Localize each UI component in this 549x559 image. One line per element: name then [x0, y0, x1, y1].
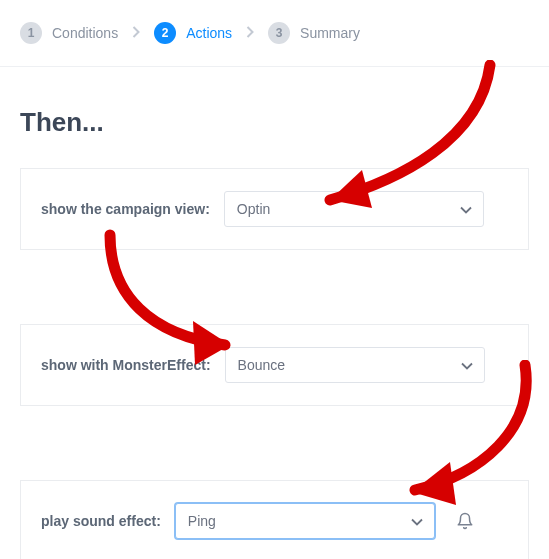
row-label: show the campaign view:: [41, 201, 210, 217]
monster-effect-select[interactable]: Bounce: [225, 347, 485, 383]
campaign-view-select[interactable]: Optin: [224, 191, 484, 227]
chevron-right-icon: [246, 25, 254, 41]
step-number: 3: [268, 22, 290, 44]
row-label: play sound effect:: [41, 513, 161, 529]
step-label: Summary: [300, 25, 360, 41]
action-row-campaign-view: show the campaign view: Optin: [20, 168, 529, 250]
select-value[interactable]: Bounce: [225, 347, 485, 383]
step-actions[interactable]: 2 Actions: [154, 22, 232, 44]
row-label: show with MonsterEffect:: [41, 357, 211, 373]
action-row-sound-effect: play sound effect: Ping: [20, 480, 529, 559]
step-label: Conditions: [52, 25, 118, 41]
step-label: Actions: [186, 25, 232, 41]
chevron-right-icon: [132, 25, 140, 41]
select-value[interactable]: Ping: [175, 503, 435, 539]
section-heading: Then...: [20, 107, 529, 138]
wizard-stepper: 1 Conditions 2 Actions 3 Summary: [0, 0, 549, 67]
action-row-monster-effect: show with MonsterEffect: Bounce: [20, 324, 529, 406]
step-number: 1: [20, 22, 42, 44]
step-summary[interactable]: 3 Summary: [268, 22, 360, 44]
bell-icon[interactable]: [455, 511, 475, 531]
page-container: 1 Conditions 2 Actions 3 Summary Then...…: [0, 0, 549, 559]
step-conditions[interactable]: 1 Conditions: [20, 22, 118, 44]
select-value[interactable]: Optin: [224, 191, 484, 227]
sound-effect-select[interactable]: Ping: [175, 503, 435, 539]
step-number: 2: [154, 22, 176, 44]
content-area: Then... show the campaign view: Optin sh…: [0, 67, 549, 559]
